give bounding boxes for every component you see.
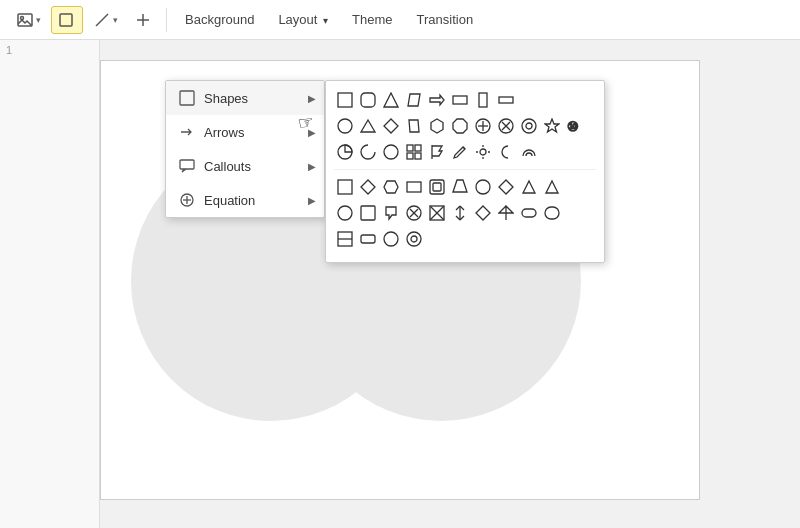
shape-s2-4[interactable] <box>403 176 425 198</box>
shape-s2-1[interactable] <box>334 176 356 198</box>
svg-point-32 <box>480 149 486 155</box>
shape-pie[interactable] <box>334 141 356 163</box>
theme-button[interactable]: Theme <box>342 8 402 31</box>
shape-s2-r3-4[interactable] <box>403 228 425 250</box>
shape-parallelogram[interactable] <box>403 89 425 111</box>
svg-rect-12 <box>361 93 375 107</box>
shape-circle-plus[interactable] <box>472 115 494 137</box>
shape-button[interactable] <box>51 6 83 34</box>
shape-triangle2[interactable] <box>357 115 379 137</box>
shape-s2-10[interactable] <box>541 176 563 198</box>
callouts-icon <box>178 157 196 175</box>
svg-rect-30 <box>407 153 413 159</box>
shape-grid[interactable] <box>403 141 425 163</box>
svg-rect-58 <box>361 235 375 243</box>
svg-line-3 <box>96 14 108 26</box>
svg-point-61 <box>411 236 417 242</box>
menu-item-equation[interactable]: Equation ▶ <box>166 183 324 217</box>
shape-crescent[interactable] <box>495 141 517 163</box>
shapes-label: Shapes <box>204 91 248 106</box>
svg-point-41 <box>338 206 352 220</box>
shape-rect-wide[interactable] <box>449 89 471 111</box>
shapes-icon <box>178 89 196 107</box>
shape-pencil[interactable] <box>449 141 471 163</box>
shape-s2-r2-8[interactable] <box>495 202 517 224</box>
menu-item-callouts[interactable]: Callouts ▶ <box>166 149 324 183</box>
shape-s2-r3-3[interactable] <box>380 228 402 250</box>
shape-wide-rect2[interactable] <box>495 89 517 111</box>
shape-circle-dot[interactable] <box>518 115 540 137</box>
shape-rect-tall[interactable] <box>472 89 494 111</box>
menu-item-shapes[interactable]: Shapes ▶ <box>166 81 324 115</box>
shapes-section2-row3 <box>334 228 596 250</box>
toolbar: ▾ ▾ Background Layout ▾ Theme Transition <box>0 0 800 40</box>
svg-rect-6 <box>180 91 194 105</box>
shape-star10[interactable]: ⑩ <box>564 115 586 137</box>
svg-rect-42 <box>361 206 375 220</box>
shape-s2-r2-10[interactable] <box>541 202 563 224</box>
line-dropdown-arrow[interactable]: ▾ <box>113 15 118 25</box>
svg-rect-29 <box>415 145 421 151</box>
svg-rect-13 <box>453 96 467 104</box>
shape-s2-3[interactable] <box>380 176 402 198</box>
shapes-section2-row1 <box>334 176 596 198</box>
image-button[interactable]: ▾ <box>10 7 47 33</box>
svg-rect-15 <box>499 97 513 103</box>
shape-s2-8[interactable] <box>495 176 517 198</box>
shape-s2-r2-4[interactable] <box>403 202 425 224</box>
menu-item-arrows[interactable]: Arrows ▶ <box>166 115 324 149</box>
shape-flag[interactable] <box>426 141 448 163</box>
shape-s2-r2-9[interactable] <box>518 202 540 224</box>
shape-s2-7[interactable] <box>472 176 494 198</box>
shape-s2-r2-2[interactable] <box>357 202 379 224</box>
svg-point-27 <box>384 145 398 159</box>
shape-circle[interactable] <box>334 115 356 137</box>
svg-rect-40 <box>433 183 441 191</box>
shape-semi-ring[interactable] <box>518 141 540 163</box>
shape-s2-6[interactable] <box>449 176 471 198</box>
shape-s2-r3-2[interactable] <box>357 228 379 250</box>
shape-partial-circle[interactable] <box>357 141 379 163</box>
shape-sun[interactable] <box>472 141 494 163</box>
shapes-divider <box>334 169 596 170</box>
shape-rounded-rect[interactable] <box>357 89 379 111</box>
callouts-label: Callouts <box>204 159 251 174</box>
layout-button[interactable]: Layout ▾ <box>268 8 338 31</box>
shape-s2-r2-7[interactable] <box>472 202 494 224</box>
svg-rect-39 <box>430 180 444 194</box>
shape-star[interactable] <box>541 115 563 137</box>
shape-triangle[interactable] <box>380 89 402 111</box>
shape-right-arrow[interactable] <box>426 89 448 111</box>
theme-label: Theme <box>352 12 392 27</box>
background-button[interactable]: Background <box>175 8 264 31</box>
svg-rect-31 <box>415 153 421 159</box>
shape-s2-9[interactable] <box>518 176 540 198</box>
shape-parallelogram2[interactable] <box>403 115 425 137</box>
shape-s2-r2-6[interactable] <box>449 202 471 224</box>
svg-rect-7 <box>180 160 194 169</box>
svg-rect-54 <box>522 209 536 217</box>
image-dropdown-arrow[interactable]: ▾ <box>36 15 41 25</box>
shapes-row-2: ⑩ <box>334 115 596 137</box>
shape-diamond[interactable] <box>380 115 402 137</box>
shape-s2-r3-1[interactable] <box>334 228 356 250</box>
shape-square[interactable] <box>334 89 356 111</box>
svg-point-59 <box>384 232 398 246</box>
add-button[interactable] <box>128 7 158 33</box>
shape-hex[interactable] <box>426 115 448 137</box>
shape-s2-2[interactable] <box>357 176 379 198</box>
line-button[interactable]: ▾ <box>87 7 124 33</box>
shape-s2-r2-1[interactable] <box>334 202 356 224</box>
shape-s2-5[interactable] <box>426 176 448 198</box>
transition-button[interactable]: Transition <box>407 8 484 31</box>
shape-oct[interactable] <box>449 115 471 137</box>
shape-circle2[interactable] <box>380 141 402 163</box>
shape-s2-r2-5[interactable] <box>426 202 448 224</box>
svg-rect-2 <box>60 14 72 26</box>
equation-label: Equation <box>204 193 255 208</box>
shape-s2-r2-3[interactable] <box>380 202 402 224</box>
shape-circle-x[interactable] <box>495 115 517 137</box>
slide-number: 1 <box>0 40 99 60</box>
basic-shapes-row <box>334 89 596 111</box>
shapes-section2-row2 <box>334 202 596 224</box>
